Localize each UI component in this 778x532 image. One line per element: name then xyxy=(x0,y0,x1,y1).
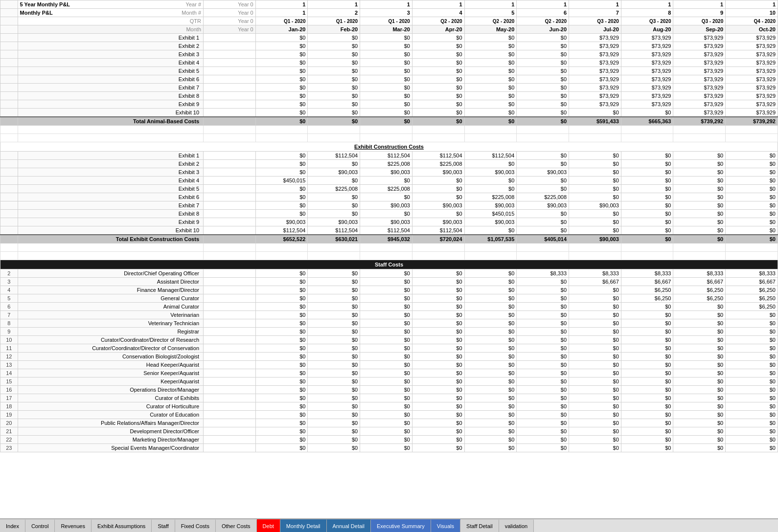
data-cell: $0 xyxy=(255,286,308,294)
data-cell: $0 xyxy=(255,210,308,218)
yr2-h: 1 xyxy=(308,0,360,9)
row-index xyxy=(0,218,18,226)
data-cell: $0 xyxy=(726,319,778,328)
data-cell xyxy=(204,152,256,160)
data-cell: $0 xyxy=(360,303,412,311)
data-cell: $90,003 xyxy=(464,218,517,226)
data-cell: $0 xyxy=(621,427,673,436)
data-cell: $0 xyxy=(308,84,360,92)
data-cell: $0 xyxy=(412,411,464,419)
row-label: Public Relations/Affairs Manager/Directo… xyxy=(18,419,203,427)
tab-index[interactable]: Index xyxy=(0,519,25,532)
tab-validation[interactable]: validation xyxy=(499,519,534,532)
data-cell: $0 xyxy=(621,303,673,311)
data-cell: $0 xyxy=(255,419,308,427)
data-cell: $112,504 xyxy=(360,226,412,235)
qtr-q3c: Q3 - 2020 xyxy=(673,17,726,25)
row-label: Special Events Manager/Coordinator xyxy=(18,444,203,452)
data-cell xyxy=(204,226,256,235)
data-cell: $0 xyxy=(308,201,360,210)
data-cell: $0 xyxy=(464,361,517,369)
data-cell: $0 xyxy=(517,436,569,444)
data-cell: $73,929 xyxy=(726,67,778,75)
tab-staff-detail[interactable]: Staff Detail xyxy=(460,519,499,532)
qtr-row: QTR Year 0 Q1 - 2020 Q1 - 2020 Q1 - 2020… xyxy=(0,17,778,25)
row-index xyxy=(0,92,18,100)
data-cell: $0 xyxy=(360,361,412,369)
data-cell: $0 xyxy=(569,369,621,377)
row-label: Exhibit 5 xyxy=(18,185,203,193)
tab-executive-summary[interactable]: Executive Summary xyxy=(371,519,431,532)
data-cell xyxy=(204,286,256,294)
data-cell: $0 xyxy=(360,427,412,436)
total-row: Total Exhibit Construction Costs$652,522… xyxy=(0,235,778,244)
row-label: Operations Director/Manager xyxy=(18,386,203,394)
data-cell: $225,008 xyxy=(517,193,569,201)
data-cell: $6,250 xyxy=(726,286,778,294)
table-row: Exhibit 6$0$0$0$0$225,008$225,008$0$0$0$… xyxy=(0,193,778,201)
table-row: Exhibit 4$450,015$0$0$0$0$0$0$0$0$0 xyxy=(0,177,778,185)
data-cell: $0 xyxy=(255,444,308,452)
data-cell: $0 xyxy=(412,294,464,303)
table-area: 5 Year Monthly P&L Year # Year 0 1 1 1 1… xyxy=(0,0,778,518)
data-cell: $0 xyxy=(412,84,464,92)
tab-debt[interactable]: Debt xyxy=(257,519,280,532)
data-cell: $6,250 xyxy=(673,286,726,294)
data-cell: $0 xyxy=(308,75,360,84)
data-cell: $8,333 xyxy=(673,269,726,278)
data-cell: $0 xyxy=(464,394,517,402)
tab-other-costs[interactable]: Other Costs xyxy=(216,519,257,532)
data-cell: $0 xyxy=(621,235,673,244)
data-cell: $0 xyxy=(360,411,412,419)
tab-revenues[interactable]: Revenues xyxy=(55,519,92,532)
data-cell: $225,008 xyxy=(464,193,517,201)
tab-fixed-costs[interactable]: Fixed Costs xyxy=(175,519,216,532)
row-index: 2 xyxy=(0,269,18,278)
section-title-row: Exhibit Construction Costs xyxy=(0,142,778,152)
data-cell: $0 xyxy=(360,34,412,42)
data-cell: $0 xyxy=(464,344,517,353)
tab-monthly-detail[interactable]: Monthly Detail xyxy=(280,519,327,532)
data-cell: $0 xyxy=(308,50,360,59)
table-row: 9Registrar$0$0$0$0$0$0$0$0$0$0 xyxy=(0,328,778,336)
data-cell: $0 xyxy=(412,100,464,109)
data-cell: $90,003 xyxy=(517,201,569,210)
tab-staff[interactable]: Staff xyxy=(152,519,175,532)
data-cell: $630,021 xyxy=(308,235,360,244)
data-cell: $0 xyxy=(517,59,569,67)
data-cell: $0 xyxy=(673,402,726,411)
main-table: 5 Year Monthly P&L Year # Year 0 1 1 1 1… xyxy=(0,0,778,452)
row-label: Animal Curator xyxy=(18,303,203,311)
data-cell: $0 xyxy=(464,336,517,344)
mn-sep: Sep-20 xyxy=(673,25,726,34)
data-cell: $90,003 xyxy=(255,218,308,226)
data-cell: $0 xyxy=(412,344,464,353)
data-cell: $0 xyxy=(569,386,621,394)
table-row: Exhibit 2$0$0$0$0$0$0$73,929$73,929$73,9… xyxy=(0,42,778,50)
tab-exhibit-assumptions[interactable]: Exhibit Assumptions xyxy=(92,519,152,532)
data-cell: $0 xyxy=(726,353,778,361)
row-label: Exhibit 9 xyxy=(18,218,203,226)
data-cell: $0 xyxy=(517,92,569,100)
data-cell: $0 xyxy=(621,185,673,193)
tab-annual-detail[interactable]: Annual Detail xyxy=(327,519,371,532)
row-index: 10 xyxy=(0,336,18,344)
table-row: Exhibit 3$0$0$0$0$0$0$73,929$73,929$73,9… xyxy=(0,50,778,59)
data-cell xyxy=(204,377,256,386)
data-cell: $0 xyxy=(412,50,464,59)
data-cell: $90,003 xyxy=(464,168,517,177)
data-cell: $0 xyxy=(464,377,517,386)
data-cell: $0 xyxy=(464,42,517,50)
data-cell: $0 xyxy=(412,177,464,185)
data-cell xyxy=(204,84,256,92)
row-label: Exhibit 10 xyxy=(18,226,203,235)
tab-visuals[interactable]: Visuals xyxy=(431,519,460,532)
yr5-h: 1 xyxy=(464,0,517,9)
tab-control[interactable]: Control xyxy=(25,519,55,532)
data-cell: $0 xyxy=(673,193,726,201)
row-index: 15 xyxy=(0,377,18,386)
data-cell: $0 xyxy=(517,427,569,436)
data-cell: $0 xyxy=(360,336,412,344)
data-cell: $0 xyxy=(360,286,412,294)
data-cell: $0 xyxy=(673,336,726,344)
